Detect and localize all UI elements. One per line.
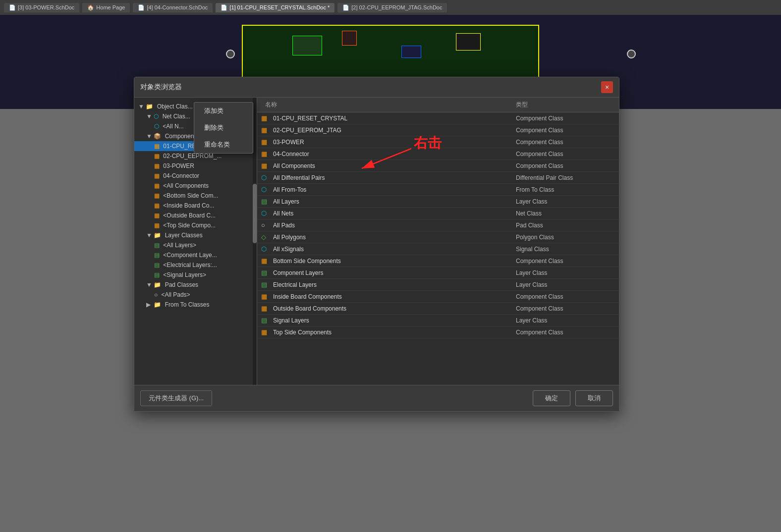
tree-04-connector[interactable]: ▦ 04-Connector	[134, 171, 257, 181]
row-name: All xSignals	[273, 246, 516, 253]
row-name: All Differential Pairs	[273, 174, 516, 181]
tree-all-components[interactable]: ▦ <All Components	[134, 181, 257, 191]
row-type: Layer Class	[516, 198, 615, 205]
tree-comp-layers-label: <Component Laye...	[163, 252, 217, 259]
table-row[interactable]: ▦ Outside Board Components Component Cla…	[257, 303, 619, 315]
tree-elec-layers[interactable]: ▤ <Electrical Layers:...	[134, 260, 257, 270]
tab-connector[interactable]: 📄 [4] 04-Connector.SchDoc	[133, 3, 213, 12]
context-rename-class[interactable]: 重命名类	[194, 136, 253, 153]
row-icon: ◇	[261, 233, 270, 241]
row-name: All Components	[273, 162, 516, 169]
table-row[interactable]: ▦ 04-Connector Component Class	[257, 148, 619, 160]
tab-home-icon: 🏠	[87, 4, 94, 11]
table-row[interactable]: ⬡ All From-Tos From To Class	[257, 184, 619, 196]
tree-scrollbar-thumb[interactable]	[253, 184, 257, 243]
tab-cpu-eeprom-icon: 📄	[342, 4, 349, 11]
tree-pad-classes-label: Pad Classes	[165, 281, 198, 288]
tree-pad-classes[interactable]: ▼ 📁 Pad Classes	[134, 280, 257, 290]
tree-top-side[interactable]: ▦ <Top Side Compo...	[134, 220, 257, 230]
row-icon: ⬡	[261, 174, 270, 181]
content-panel: 名称 类型 ▦ 01-CPU_RESET_CRYSTAL Component C…	[257, 98, 619, 385]
table-row[interactable]: ▦ 01-CPU_RESET_CRYSTAL Component Class	[257, 112, 619, 124]
tree-layer-classes-label: Layer Classes	[165, 232, 203, 239]
table-row[interactable]: ▦ Inside Board Components Component Clas…	[257, 291, 619, 303]
folder-icon-root: 📁	[146, 103, 153, 110]
table-row[interactable]: ▤ All Layers Layer Class	[257, 196, 619, 208]
tab-cpu-reset-label: [1] 01-CPU_RESET_CRYSTAL.SchDoc *	[229, 4, 330, 10]
table-row[interactable]: ▦ All Components Component Class	[257, 160, 619, 172]
tree-outside-board[interactable]: ▦ <Outside Board C...	[134, 211, 257, 220]
tree-all-pads[interactable]: ○ <All Pads>	[134, 290, 257, 300]
row-icon: ⬡	[261, 186, 270, 193]
row-type: Component Class	[516, 162, 615, 169]
table-row[interactable]: ▦ 03-POWER Component Class	[257, 136, 619, 148]
pad-folder-icon: 📁	[154, 281, 161, 288]
tree-arrow-comp: ▼	[146, 133, 152, 140]
table-row[interactable]: ▤ Component Layers Layer Class	[257, 267, 619, 279]
row-name: 04-Connector	[273, 151, 516, 158]
tree-arrow-pad: ▼	[146, 281, 152, 288]
tab-home[interactable]: 🏠 Home Page	[82, 3, 130, 12]
table-row[interactable]: ▦ Bottom Side Components Component Class	[257, 255, 619, 267]
gen-button[interactable]: 元件类生成器 (G)...	[140, 390, 212, 406]
object-class-dialog: 对象类浏览器 × ▼ 📁 Object Clas... ▼ ⬡ Net Clas…	[134, 77, 619, 412]
row-icon: ▦	[261, 305, 270, 312]
dialog-body: ▼ 📁 Object Clas... ▼ ⬡ Net Clas... ⬡ <Al…	[134, 98, 619, 385]
tree-from-to-classes[interactable]: ▶ 📁 From To Classes	[134, 300, 257, 310]
row-icon: ▦	[261, 293, 270, 300]
comp-icon-top: ▦	[154, 222, 160, 229]
row-type: Differential Pair Class	[516, 174, 615, 181]
layer-icon-signal: ▤	[154, 271, 160, 278]
row-type: Component Class	[516, 258, 615, 265]
row-name: All Polygons	[273, 234, 516, 241]
close-button[interactable]: ×	[601, 81, 613, 93]
row-type: From To Class	[516, 186, 615, 193]
row-type: Layer Class	[516, 317, 615, 324]
table-row[interactable]: ⬡ All xSignals Signal Class	[257, 243, 619, 255]
layer-folder-icon: 📁	[154, 232, 161, 239]
comp-icon-inside: ▦	[154, 202, 160, 209]
table-row[interactable]: ⬡ All Differential Pairs Differential Pa…	[257, 172, 619, 184]
table-rows-container: ▦ 01-CPU_RESET_CRYSTAL Component Class ▦…	[257, 112, 619, 338]
tree-arrow-layer: ▼	[146, 232, 152, 239]
row-name: All Layers	[273, 198, 516, 205]
context-delete-class[interactable]: 删除类	[194, 119, 253, 136]
tab-cpu-eeprom[interactable]: 📄 [2] 02-CPU_EEPROM_JTAG.SchDoc	[337, 3, 447, 12]
row-name: 02-CPU_EEPROM_JTAG	[273, 127, 516, 134]
comp-icon-3: ▦	[154, 162, 160, 169]
tree-comp-layers[interactable]: ▤ <Component Laye...	[134, 250, 257, 260]
tab-cpu-reset[interactable]: 📄 [1] 01-CPU_RESET_CRYSTAL.SchDoc *	[216, 3, 335, 12]
table-header: 名称 类型	[257, 98, 619, 112]
tree-arrow-net: ▼	[146, 113, 152, 120]
table-row[interactable]: ⬡ All Nets Net Class	[257, 208, 619, 219]
table-row[interactable]: ○ All Pads Pad Class	[257, 219, 619, 231]
ok-button[interactable]: 确定	[533, 390, 570, 406]
tree-scrollbar[interactable]	[253, 98, 257, 385]
table-row[interactable]: ▤ Signal Layers Layer Class	[257, 315, 619, 326]
dialog-action-buttons: 确定 取消	[533, 390, 613, 406]
tab-power[interactable]: 📄 [3] 03-POWER.SchDoc	[4, 3, 79, 12]
tree-layer-classes[interactable]: ▼ 📁 Layer Classes	[134, 230, 257, 240]
table-row[interactable]: ▤ Electrical Layers Layer Class	[257, 279, 619, 291]
dialog-bottom: 元件类生成器 (G)... 确定 取消	[134, 385, 619, 411]
table-row[interactable]: ◇ All Polygons Polygon Class	[257, 231, 619, 243]
tree-signal-layers[interactable]: ▤ <Signal Layers>	[134, 270, 257, 280]
tree-inside-board[interactable]: ▦ <Inside Board Co...	[134, 201, 257, 211]
table-row[interactable]: ▦ Top Side Components Component Class	[257, 326, 619, 338]
fromto-folder-icon: 📁	[154, 301, 161, 308]
cancel-button[interactable]: 取消	[575, 390, 613, 406]
row-icon: ▦	[261, 138, 270, 146]
tab-cpu-eeprom-label: [2] 02-CPU_EEPROM_JTAG.SchDoc	[351, 4, 442, 10]
row-icon: ▤	[261, 317, 270, 324]
table-row[interactable]: ▦ 02-CPU_EEPROM_JTAG Component Class	[257, 124, 619, 136]
col-header-name: 名称	[261, 101, 516, 109]
row-type: Component Class	[516, 305, 615, 312]
tree-inside-label: <Inside Board Co...	[163, 202, 214, 209]
tree-03-power[interactable]: ▦ 03-POWER	[134, 161, 257, 171]
context-add-class[interactable]: 添加类	[194, 103, 253, 119]
row-type: Layer Class	[516, 281, 615, 288]
tree-all-layers[interactable]: ▤ <All Layers>	[134, 240, 257, 250]
tree-bottom-side[interactable]: ▦ <Bottom Side Com...	[134, 191, 257, 201]
tree-04-label: 04-Connector	[163, 172, 199, 179]
row-icon: ▦	[261, 162, 270, 169]
